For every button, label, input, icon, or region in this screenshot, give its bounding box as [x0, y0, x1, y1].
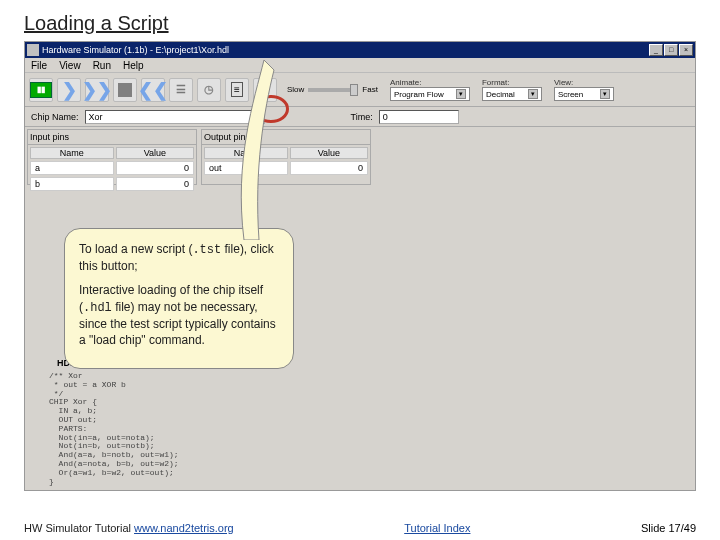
eval-button[interactable]: ☰	[169, 78, 193, 102]
tutorial-index-link[interactable]: Tutorial Index	[404, 522, 470, 534]
maximize-button[interactable]: □	[664, 44, 678, 56]
view-dropdown[interactable]: Screen ▾	[554, 87, 614, 101]
animate-value: Program Flow	[394, 90, 444, 99]
col-value: Value	[290, 147, 368, 159]
slider-thumb[interactable]	[350, 84, 358, 96]
col-value: Value	[116, 147, 194, 159]
slide-counter: Slide 17/49	[641, 522, 696, 534]
minimize-button[interactable]: _	[649, 44, 663, 56]
single-step-button[interactable]: ❯	[57, 78, 81, 102]
menu-run[interactable]: Run	[93, 60, 111, 71]
format-value: Decimal	[486, 90, 515, 99]
format-label: Format:	[482, 78, 542, 87]
speed-slider[interactable]	[308, 88, 358, 92]
slow-label: Slow	[287, 85, 304, 94]
close-button[interactable]: ×	[679, 44, 693, 56]
chevron-down-icon: ▾	[600, 89, 610, 99]
input-pins-header: Input pins	[28, 130, 196, 145]
callout-tail-icon	[224, 60, 284, 240]
clock-button[interactable]: ◷	[197, 78, 221, 102]
speed-slider-group: Slow Fast	[287, 85, 378, 94]
callout: To load a new script (.tst file), click …	[64, 228, 294, 369]
chevron-down-icon: ▾	[528, 89, 538, 99]
window-titlebar: Hardware Simulator (1.1b) - E:\project1\…	[25, 42, 695, 58]
menu-bar: File View Run Help	[25, 58, 695, 73]
menu-view[interactable]: View	[59, 60, 81, 71]
view-value: Screen	[558, 90, 583, 99]
view-label: View:	[554, 78, 614, 87]
animate-label: Animate:	[390, 78, 470, 87]
chip-icon: ▮▮	[30, 82, 52, 98]
footer-left: HW Simulator Tutorial www.nand2tetris.or…	[24, 522, 234, 534]
rewind-button[interactable]: ❮❮	[141, 78, 165, 102]
chipname-label: Chip Name:	[31, 112, 79, 122]
callout-paragraph-1: To load a new script (.tst file), click …	[79, 241, 279, 274]
tutorial-link[interactable]: www.nand2tetris.org	[134, 522, 234, 534]
callout-paragraph-2: Interactive loading of the chip itself (…	[79, 282, 279, 348]
load-chip-button[interactable]: ▮▮	[29, 78, 53, 102]
chevron-down-icon: ▾	[456, 89, 466, 99]
sub-toolbar: Chip Name: Xor Time: 0	[25, 107, 695, 127]
table-row: b0	[30, 177, 194, 191]
slide-footer: HW Simulator Tutorial www.nand2tetris.or…	[24, 522, 696, 534]
stop-icon	[118, 83, 132, 97]
animate-dropdown[interactable]: Program Flow ▾	[390, 87, 470, 101]
run-button[interactable]: ❯❯	[85, 78, 109, 102]
hdl-code-area: /** Xor * out = a XOR b */ CHIP Xor { IN…	[49, 372, 229, 486]
slide-title: Loading a Script	[24, 12, 696, 35]
stop-button[interactable]	[113, 78, 137, 102]
menu-file[interactable]: File	[31, 60, 47, 71]
fast-label: Fast	[362, 85, 378, 94]
col-name: Name	[30, 147, 114, 159]
time-label: Time:	[351, 112, 373, 122]
format-dropdown[interactable]: Decimal ▾	[482, 87, 542, 101]
table-row: a0	[30, 161, 194, 175]
input-pins-panel: Input pins NameValue a0 b0	[27, 129, 197, 185]
pin-panels: Input pins NameValue a0 b0 Output pins N…	[25, 127, 695, 187]
toolbar: ▮▮ ❯ ❯❯ ❮❮ ☰ ◷ ≡ ⚑ Slow Fast Animate: Pr…	[25, 73, 695, 107]
menu-help[interactable]: Help	[123, 60, 144, 71]
app-icon	[27, 44, 39, 56]
window-title: Hardware Simulator (1.1b) - E:\project1\…	[42, 45, 649, 55]
time-field: 0	[379, 110, 459, 124]
